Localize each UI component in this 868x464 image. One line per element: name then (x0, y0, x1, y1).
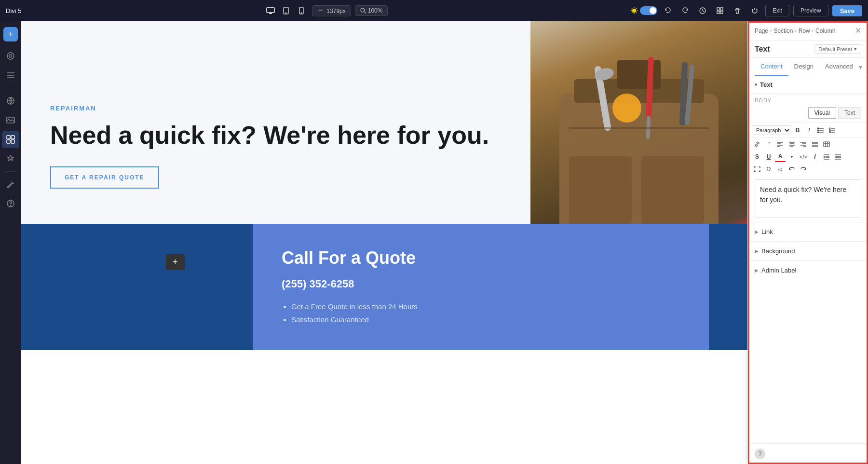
zoom-display[interactable]: 100% (355, 5, 388, 16)
background-arrow: ▶ (755, 248, 759, 254)
visual-button[interactable]: Visual (808, 107, 836, 119)
breadcrumb-row[interactable]: Row (799, 27, 810, 34)
align-center-button[interactable] (787, 139, 797, 150)
align-right-button[interactable] (798, 139, 809, 150)
svg-rect-9 (717, 8, 719, 10)
redo-button[interactable] (678, 4, 692, 17)
ordered-list-button[interactable]: 123 (827, 125, 838, 136)
sidebar-item-modules[interactable] (2, 131, 19, 148)
background-section-header[interactable]: ▶ Background (748, 242, 868, 260)
width-display[interactable]: 1379px (312, 5, 351, 16)
svg-point-7 (632, 9, 636, 13)
layout-button[interactable] (713, 4, 727, 17)
panel-tab-extras[interactable]: ▾ ↖ (859, 58, 868, 76)
svg-point-35 (612, 94, 641, 123)
sidebar-item-list[interactable] (2, 67, 19, 84)
svg-rect-37 (569, 156, 632, 224)
svg-point-2 (285, 13, 286, 14)
table-button[interactable] (821, 139, 832, 150)
theme-toggle[interactable] (630, 6, 657, 15)
sidebar-item-help[interactable] (2, 195, 19, 212)
redo-editor-button[interactable] (798, 164, 809, 175)
link-section: ▶ Link (748, 222, 868, 241)
hero-cta-button[interactable]: GET A REPAIR QUOTE (50, 166, 159, 189)
save-button[interactable]: Save (832, 5, 862, 16)
svg-rect-36 (569, 127, 709, 129)
tab-advanced[interactable]: Advanced (819, 58, 859, 76)
right-panel: Page › Section › Row › Column ✕ Text Def… (747, 21, 868, 464)
sidebar-item-media[interactable] (2, 111, 19, 129)
svg-point-25 (10, 205, 11, 206)
dark-mode-toggle[interactable] (640, 6, 657, 15)
unordered-list-button[interactable] (815, 125, 826, 136)
link-section-header[interactable]: ▶ Link (748, 222, 868, 241)
emoji-button[interactable]: ☺ (775, 164, 786, 175)
body-label: Body (748, 94, 868, 105)
help-button[interactable]: ? (755, 449, 765, 459)
sidebar-item-layers[interactable] (2, 47, 19, 65)
panel-preset-selector[interactable]: Default Preset ▾ (814, 44, 861, 54)
breadcrumb-section[interactable]: Section (773, 27, 793, 34)
special-char-button[interactable]: Ω (763, 164, 774, 175)
text-section-header[interactable]: ▾ Text (748, 76, 868, 94)
breadcrumb-page[interactable]: Page (755, 27, 768, 34)
blockquote-button[interactable]: " (763, 139, 774, 150)
editor-area[interactable]: Need a quick fix? We're here for you. (755, 179, 861, 218)
tab-design[interactable]: Design (788, 58, 819, 76)
italic-button[interactable]: I (804, 125, 814, 136)
visual-text-toggle: Visual Text (748, 105, 868, 123)
mobile-icon[interactable] (295, 4, 308, 17)
underline-button[interactable]: U (763, 151, 774, 162)
bold-button[interactable]: B (792, 125, 803, 136)
desktop-icon[interactable] (264, 4, 277, 17)
sidebar-item-global[interactable] (2, 92, 19, 109)
breadcrumb-column[interactable]: Column (815, 27, 835, 34)
undo-button[interactable] (661, 4, 675, 17)
sidebar-item-tools[interactable] (2, 176, 19, 193)
link-format-button[interactable] (752, 139, 762, 150)
preview-button[interactable]: Preview (793, 5, 828, 16)
code-button[interactable]: </> (798, 151, 809, 162)
text-color-button[interactable]: A (775, 151, 786, 162)
fullscreen-button[interactable] (752, 164, 762, 175)
svg-text:3: 3 (829, 131, 831, 134)
admin-label: Admin Label (761, 267, 796, 274)
panel-module-title: Text (755, 45, 770, 54)
svg-rect-10 (720, 8, 723, 10)
indent-button[interactable] (821, 151, 832, 162)
undo-editor-button[interactable] (787, 164, 797, 175)
panel-title-row: Text Default Preset ▾ (748, 41, 868, 58)
sidebar-item-theme[interactable] (2, 150, 19, 167)
align-justify-button[interactable] (810, 139, 820, 150)
tablet-icon[interactable] (279, 4, 293, 17)
panel-breadcrumb: Page › Section › Row › Column ✕ (748, 21, 868, 41)
topbar-center: 1379px 100% (264, 4, 388, 17)
paragraph-select[interactable]: Paragraph Heading 1 Heading 2 Heading 3 (752, 125, 791, 135)
outdent-button[interactable] (833, 151, 843, 162)
panel-close-button[interactable]: ✕ (855, 26, 861, 35)
tab-content[interactable]: Content (755, 58, 788, 76)
link-label: Link (761, 228, 773, 235)
breadcrumb-arrow: › (812, 28, 814, 33)
add-element-button[interactable]: + (3, 27, 18, 41)
trash-button[interactable] (731, 4, 744, 17)
add-row-button[interactable]: + (166, 254, 185, 270)
text-color-arrow[interactable]: ▾ (787, 151, 797, 162)
svg-point-14 (9, 55, 12, 57)
exit-button[interactable]: Exit (765, 5, 789, 16)
svg-rect-0 (267, 8, 274, 13)
format-toolbar-row3: S U A ▾ </> I (748, 150, 868, 163)
strikethrough-button[interactable]: S (752, 151, 762, 162)
history-button[interactable] (696, 4, 709, 17)
svg-point-42 (818, 128, 819, 129)
power-button[interactable] (748, 4, 761, 17)
hero-title[interactable]: Need a quick fix? We're here for you. (50, 122, 502, 149)
italic2-button[interactable]: I (810, 151, 820, 162)
text-button[interactable]: Text (838, 107, 861, 119)
quote-list-item: Get a Free Quote in less than 24 Hours (291, 300, 680, 313)
admin-label-section-header[interactable]: ▶ Admin Label (748, 261, 868, 280)
align-left-button[interactable] (775, 139, 786, 150)
panel-footer: ? (748, 443, 868, 464)
svg-rect-20 (7, 136, 10, 139)
svg-rect-22 (7, 140, 10, 143)
